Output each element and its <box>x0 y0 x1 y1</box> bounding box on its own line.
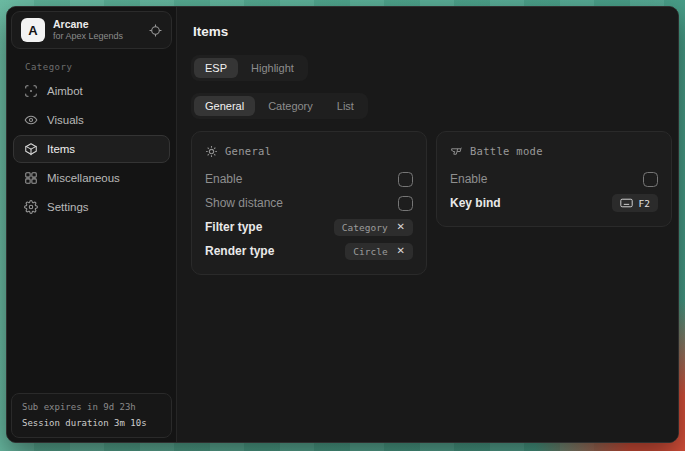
crosshair-icon[interactable] <box>149 24 162 37</box>
mode-tab-group: ESPHighlight <box>191 55 308 81</box>
sub-tab-group: GeneralCategoryList <box>191 93 368 119</box>
sidebar-item-label: Visuals <box>47 114 84 126</box>
visuals-icon <box>24 113 38 127</box>
tab-category[interactable]: Category <box>257 96 324 116</box>
setting-row-filter-type: Filter typeCategory✕ <box>205 215 413 239</box>
sidebar-item-label: Miscellaneous <box>47 172 120 184</box>
tab-list[interactable]: List <box>326 96 365 116</box>
close-icon[interactable]: ✕ <box>397 222 405 232</box>
sidebar-nav: AimbotVisualsItemsMiscellaneousSettings <box>11 77 172 221</box>
setting-row-show-distance: Show distance <box>205 191 413 215</box>
session-info-card: Sub expires in 9d 23h Session duration 3… <box>11 393 172 438</box>
main-content: Items ESPHighlight GeneralCategoryList G… <box>177 7 679 442</box>
setting-label: Enable <box>450 172 487 186</box>
sidebar-item-label: Aimbot <box>47 85 83 97</box>
general-icon <box>205 145 218 158</box>
page-title: Items <box>193 24 672 39</box>
select-render-type[interactable]: Circle✕ <box>345 243 413 260</box>
misc-icon <box>24 171 38 185</box>
aimbot-icon <box>24 84 38 98</box>
app-window: A Arcane for Apex Legends Category Aimbo… <box>6 6 679 443</box>
sidebar-item-label: Settings <box>47 201 89 213</box>
tab-general[interactable]: General <box>194 96 255 116</box>
setting-label: Enable <box>205 172 242 186</box>
keybind-button[interactable]: F2 <box>612 194 658 212</box>
setting-row-enable: Enable <box>205 167 413 191</box>
setting-label: Show distance <box>205 196 283 210</box>
setting-label: Key bind <box>450 196 501 210</box>
card-title: General <box>225 145 271 157</box>
sidebar-item-visuals[interactable]: Visuals <box>13 106 170 134</box>
select-value: Circle <box>353 246 387 257</box>
sidebar-item-label: Items <box>47 143 75 155</box>
setting-row-enable: Enable <box>450 167 658 191</box>
sidebar-item-aimbot[interactable]: Aimbot <box>13 77 170 105</box>
card-battle-mode: Battle modeEnableKey bindF2 <box>436 131 672 227</box>
category-section-label: Category <box>25 62 172 72</box>
sub-expires-text: Sub expires in 9d 23h <box>22 400 161 415</box>
settings-icon <box>24 200 38 214</box>
items-icon <box>24 142 38 156</box>
brand-subtitle: for Apex Legends <box>53 31 141 42</box>
sidebar-item-items[interactable]: Items <box>13 135 170 163</box>
keyboard-icon <box>620 198 633 208</box>
select-value: Category <box>342 222 388 233</box>
battle-mode-icon <box>450 145 463 158</box>
card-header: General <box>205 142 413 160</box>
card-header: Battle mode <box>450 142 658 160</box>
brand-name: Arcane <box>53 18 141 31</box>
session-duration-text: Session duration 3m 10s <box>22 416 161 431</box>
checkbox-enable[interactable] <box>398 172 413 187</box>
tab-esp[interactable]: ESP <box>194 58 238 78</box>
close-icon[interactable]: ✕ <box>397 246 405 256</box>
card-general: GeneralEnableShow distanceFilter typeCat… <box>191 131 427 275</box>
setting-row-key-bind: Key bindF2 <box>450 191 658 215</box>
brand-logo: A <box>21 18 45 42</box>
card-title: Battle mode <box>470 145 543 157</box>
setting-label: Filter type <box>205 220 262 234</box>
checkbox-show-distance[interactable] <box>398 196 413 211</box>
sidebar: A Arcane for Apex Legends Category Aimbo… <box>7 7 177 442</box>
select-filter-type[interactable]: Category✕ <box>334 219 413 236</box>
sidebar-item-miscellaneous[interactable]: Miscellaneous <box>13 164 170 192</box>
brand-card: A Arcane for Apex Legends <box>11 11 172 49</box>
setting-label: Render type <box>205 244 274 258</box>
tab-highlight[interactable]: Highlight <box>240 58 305 78</box>
setting-row-render-type: Render typeCircle✕ <box>205 239 413 263</box>
settings-cards: GeneralEnableShow distanceFilter typeCat… <box>191 131 672 275</box>
keybind-value: F2 <box>639 198 650 209</box>
checkbox-enable[interactable] <box>643 172 658 187</box>
sidebar-item-settings[interactable]: Settings <box>13 193 170 221</box>
